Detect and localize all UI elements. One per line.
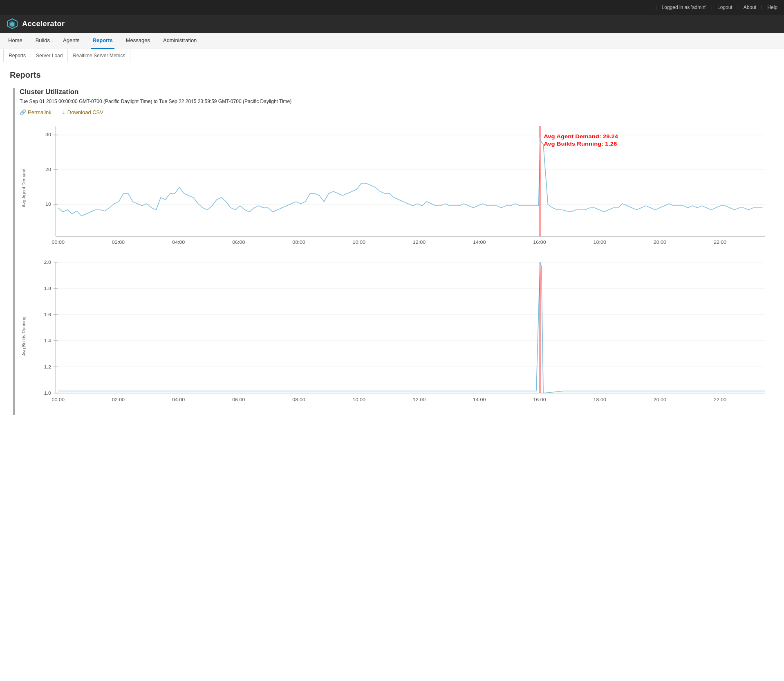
- chart-date-range: Tue Sep 01 2015 00:00:00 GMT-0700 (Pacif…: [20, 99, 774, 104]
- svg-text:18:00: 18:00: [593, 240, 606, 245]
- svg-text:02:00: 02:00: [112, 240, 125, 245]
- nav-builds[interactable]: Builds: [34, 33, 52, 49]
- permalink-link[interactable]: 🔗 Permalink: [20, 109, 52, 115]
- separator: |: [711, 4, 712, 10]
- svg-text:10: 10: [45, 202, 51, 207]
- separator: |: [737, 4, 739, 10]
- navbar: Home Builds Agents Reports Messages Admi…: [0, 33, 784, 49]
- svg-text:20:00: 20:00: [654, 240, 667, 245]
- subnav: Reports Server Load Realtime Server Metr…: [0, 49, 784, 62]
- svg-text:08:00: 08:00: [292, 397, 305, 402]
- svg-text:22:00: 22:00: [714, 240, 727, 245]
- about-link[interactable]: About: [744, 4, 756, 10]
- help-link[interactable]: Help: [767, 4, 777, 10]
- nav-home[interactable]: Home: [7, 33, 24, 49]
- subnav-server-load[interactable]: Server Load: [31, 49, 68, 62]
- svg-text:Avg Agent Demand: 29.24: Avg Agent Demand: 29.24: [544, 133, 618, 139]
- svg-text:10:00: 10:00: [353, 397, 366, 402]
- svg-text:00:00: 00:00: [52, 397, 65, 402]
- nav-reports[interactable]: Reports: [91, 33, 114, 49]
- download-csv-label: Download CSV: [67, 109, 103, 115]
- logout-link[interactable]: Logout: [717, 4, 732, 10]
- svg-text:12:00: 12:00: [413, 397, 426, 402]
- bottom-chart-y-label: Avg Builds Running: [20, 258, 28, 415]
- svg-text:16:00: 16:00: [533, 397, 546, 402]
- page-title: Reports: [10, 70, 774, 80]
- logo-bar: Accelerator: [0, 15, 784, 33]
- svg-text:2.0: 2.0: [44, 260, 52, 265]
- top-chart-svg: 30 20 10 Avg Agent Demand: [28, 122, 774, 253]
- bottom-chart-wrapper: Avg Builds Running 2.0 1.8 1.6: [20, 258, 774, 415]
- svg-text:00:00: 00:00: [52, 240, 65, 245]
- chart-links: 🔗 Permalink ⇓ Download CSV: [20, 109, 774, 115]
- svg-text:20:00: 20:00: [654, 397, 667, 402]
- svg-text:1.6: 1.6: [44, 312, 52, 317]
- svg-text:04:00: 04:00: [172, 240, 185, 245]
- download-icon: ⇓: [61, 109, 66, 115]
- svg-text:16:00: 16:00: [533, 240, 546, 245]
- svg-text:20: 20: [45, 167, 51, 172]
- svg-text:06:00: 06:00: [232, 397, 245, 402]
- svg-text:1.2: 1.2: [44, 364, 51, 370]
- svg-text:02:00: 02:00: [112, 397, 125, 402]
- nav-administration[interactable]: Administration: [161, 33, 198, 49]
- nav-messages[interactable]: Messages: [124, 33, 152, 49]
- svg-text:1.8: 1.8: [44, 286, 52, 291]
- svg-text:1.0: 1.0: [44, 391, 52, 396]
- top-chart-wrapper: Avg Agent Demand 30 20: [20, 122, 774, 254]
- download-csv-link[interactable]: ⇓ Download CSV: [61, 109, 103, 115]
- svg-text:18:00: 18:00: [593, 397, 606, 402]
- subnav-reports[interactable]: Reports: [3, 49, 31, 62]
- main-content: Reports Cluster Utilization Tue Sep 01 2…: [0, 62, 784, 423]
- nav-agents[interactable]: Agents: [61, 33, 81, 49]
- svg-text:Avg Builds Running: 1.26: Avg Builds Running: 1.26: [544, 141, 617, 147]
- svg-text:1.4: 1.4: [44, 338, 52, 344]
- permalink-label: Permalink: [28, 109, 52, 115]
- svg-text:14:00: 14:00: [473, 397, 486, 402]
- separator: |: [655, 4, 656, 10]
- topbar: | Logged in as 'admin' | Logout | About …: [0, 0, 784, 15]
- bottom-chart-area: 2.0 1.8 1.6 1.4 1.2 1.0: [28, 258, 774, 415]
- chart-container: Cluster Utilization Tue Sep 01 2015 00:0…: [13, 88, 774, 415]
- svg-text:08:00: 08:00: [292, 240, 305, 245]
- logged-in-text: Logged in as 'admin': [662, 4, 706, 10]
- logo-text: Accelerator: [22, 20, 65, 28]
- subnav-realtime-metrics[interactable]: Realtime Server Metrics: [68, 49, 130, 62]
- svg-text:14:00: 14:00: [473, 240, 486, 245]
- svg-text:12:00: 12:00: [413, 240, 426, 245]
- svg-text:06:00: 06:00: [232, 240, 245, 245]
- svg-text:22:00: 22:00: [714, 397, 727, 402]
- chart-title: Cluster Utilization: [20, 88, 774, 96]
- bottom-chart-svg: 2.0 1.8 1.6 1.4 1.2 1.0: [28, 258, 774, 414]
- svg-text:30: 30: [45, 132, 51, 137]
- link-icon: 🔗: [20, 109, 26, 115]
- svg-text:04:00: 04:00: [172, 397, 185, 402]
- svg-text:10:00: 10:00: [353, 240, 366, 245]
- logo-icon: [7, 18, 18, 29]
- separator: |: [761, 4, 762, 10]
- top-chart-area: 30 20 10 Avg Agent Demand: [28, 122, 774, 254]
- top-chart-y-label: Avg Agent Demand: [20, 122, 28, 254]
